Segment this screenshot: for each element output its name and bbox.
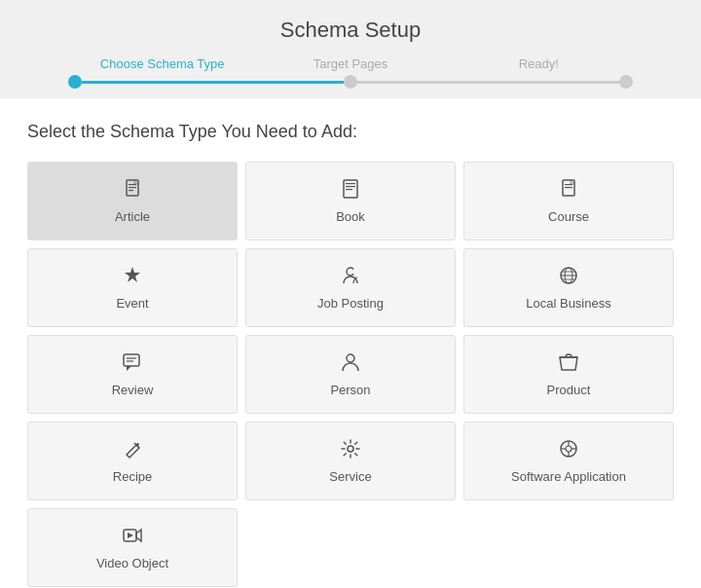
svg-point-25 (347, 354, 354, 362)
svg-rect-2 (129, 187, 136, 188)
svg-rect-7 (346, 186, 355, 187)
product-icon (558, 351, 579, 377)
wizard-dot-2 (619, 75, 633, 89)
page-header: Schema Setup Choose Schema Type Target P… (0, 0, 701, 98)
section-title: Select the Schema Type You Need to Add: (27, 122, 674, 142)
schema-item-course[interactable]: Course (463, 162, 674, 240)
event-icon (122, 265, 143, 290)
wizard-step-label-2: Ready! (445, 56, 633, 71)
schema-item-product[interactable]: Product (463, 335, 674, 414)
schema-item-software-application[interactable]: Software Application (463, 422, 674, 500)
svg-point-30 (566, 446, 572, 452)
book-icon (340, 178, 361, 203)
course-icon (558, 178, 579, 203)
svg-rect-8 (346, 189, 352, 190)
schema-item-article[interactable]: Article (27, 162, 238, 240)
wizard-dot-0 (68, 75, 82, 89)
recipe-icon (122, 438, 143, 463)
schema-item-service[interactable]: Service (245, 422, 456, 500)
local-business-icon (558, 265, 579, 290)
main-content: Select the Schema Type You Need to Add: … (0, 98, 701, 588)
svg-rect-11 (565, 187, 572, 188)
wizard-step-label-0: Choose Schema Type (68, 56, 256, 71)
schema-item-review[interactable]: Review (27, 335, 238, 414)
local-business-label: Local Business (526, 296, 610, 311)
event-label: Event (116, 296, 148, 311)
svg-point-15 (352, 269, 358, 275)
job-posting-icon (340, 265, 361, 290)
person-icon (340, 351, 361, 377)
schema-item-video-object[interactable]: Video Object (27, 508, 238, 587)
svg-rect-6 (346, 183, 355, 184)
schema-item-local-business[interactable]: Local Business (463, 248, 674, 327)
svg-marker-22 (127, 366, 131, 371)
wizard-dot-1 (344, 75, 357, 89)
software-application-label: Software Application (511, 469, 626, 484)
svg-rect-21 (124, 354, 139, 366)
schema-item-recipe[interactable]: Recipe (27, 422, 238, 500)
svg-point-28 (348, 446, 353, 452)
course-label: Course (548, 209, 589, 224)
video-object-icon (122, 525, 143, 550)
schema-item-event[interactable]: Event (27, 248, 238, 327)
recipe-label: Recipe (113, 469, 152, 484)
article-label: Article (115, 209, 150, 224)
wizard-line-0 (82, 81, 344, 84)
page-title: Schema Setup (0, 18, 701, 43)
svg-marker-13 (125, 267, 140, 282)
product-label: Product (547, 383, 591, 397)
wizard-line-1 (357, 81, 619, 84)
service-label: Service (329, 469, 371, 484)
job-posting-label: Job Posting (317, 296, 384, 311)
schema-item-job-posting[interactable]: Job Posting (245, 248, 456, 327)
svg-marker-36 (136, 530, 141, 541)
schema-grid: Article Book Course Event Job Posting (27, 162, 674, 587)
schema-item-book[interactable]: Book (245, 162, 456, 240)
video-object-label: Video Object (96, 556, 168, 570)
svg-rect-3 (129, 190, 133, 191)
person-label: Person (330, 383, 370, 397)
book-label: Book (336, 209, 365, 224)
service-icon (340, 438, 361, 463)
review-icon (122, 351, 143, 377)
review-label: Review (112, 383, 154, 397)
article-icon (122, 178, 143, 203)
svg-marker-37 (128, 533, 133, 538)
wizard-step-label-1: Target Pages (256, 56, 444, 71)
schema-item-person[interactable]: Person (245, 335, 456, 414)
software-application-icon (558, 438, 579, 463)
